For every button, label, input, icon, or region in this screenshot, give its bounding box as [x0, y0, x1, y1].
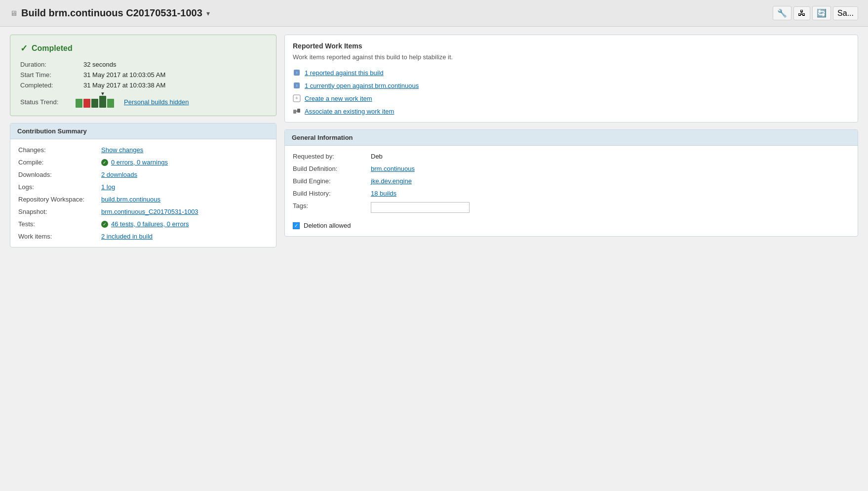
trend-bar-1 — [76, 99, 82, 108]
changes-value: Show changes — [101, 146, 268, 154]
associate-icon — [293, 107, 301, 115]
contribution-header: Contribution Summary — [10, 123, 276, 139]
tags-input[interactable] — [371, 202, 470, 213]
repo-value: build.brm.continuous — [101, 196, 268, 203]
build-history-link[interactable]: 18 builds — [371, 190, 850, 197]
changes-label: Changes: — [18, 146, 97, 154]
build-engine-label: Build Engine: — [293, 177, 367, 185]
action-button-3[interactable]: 🔄 — [812, 6, 831, 20]
personal-builds-link[interactable]: Personal builds hidden — [124, 98, 189, 106]
downloads-value: 2 downloads — [101, 171, 268, 178]
svg-text:!: ! — [296, 71, 297, 75]
trend-bar-5 — [107, 99, 114, 108]
page-header: 🖥 Build brm.continuous C20170531-1003 ▾ … — [0, 0, 868, 27]
build-def-label: Build Definition: — [293, 165, 367, 172]
build-icon: 🖥 — [10, 9, 17, 17]
contribution-grid: Changes: Show changes Compile: 0 errors,… — [18, 146, 268, 240]
save-button[interactable]: Sa... — [833, 6, 858, 20]
action-button-1[interactable]: 🔧 — [773, 6, 791, 20]
bug-icon-2: ! — [293, 82, 301, 89]
trend-bar-2 — [83, 99, 90, 108]
requested-by-label: Requested by: — [293, 153, 367, 160]
completed-label: Completed: — [20, 82, 79, 89]
header-actions: 🔧 🖧 🔄 Sa... — [773, 6, 858, 20]
start-label: Start Time: — [20, 71, 79, 79]
tests-success-icon — [101, 221, 108, 228]
list-item: Associate an existing work item — [293, 107, 850, 115]
trend-bar-4: ▼ — [99, 96, 106, 108]
show-changes-link[interactable]: Show changes — [101, 146, 143, 154]
reported-title: Reported Work Items — [293, 42, 850, 50]
repo-link[interactable]: build.brm.continuous — [101, 196, 160, 203]
requested-by-value: Deb — [371, 153, 850, 160]
workitems-label: Work items: — [18, 233, 97, 240]
workitems-value: 2 included in build — [101, 233, 268, 240]
svg-text:!: ! — [296, 83, 297, 88]
tests-link[interactable]: 46 tests, 0 failures, 0 errors — [111, 220, 189, 228]
open-against-link[interactable]: 1 currently open against brm.continuous — [305, 82, 419, 89]
status-card: ✓ Completed Duration: 32 seconds Start T… — [10, 35, 276, 116]
logs-link[interactable]: 1 log — [101, 183, 115, 191]
create-work-item-link[interactable]: Create a new work item — [305, 95, 372, 102]
deletion-label: Deletion allowed — [304, 222, 351, 229]
trend-row: Status Trend: ▼ Personal builds hidden — [20, 96, 266, 108]
tests-value: 46 tests, 0 failures, 0 errors — [101, 220, 268, 228]
snapshot-value: brm.continuous_C20170531-1003 — [101, 208, 268, 215]
logs-value: 1 log — [101, 183, 268, 191]
contribution-body: Changes: Show changes Compile: 0 errors,… — [10, 139, 276, 247]
compile-success-icon — [101, 159, 108, 166]
main-content: ✓ Completed Duration: 32 seconds Start T… — [0, 27, 868, 255]
general-info-header: General Information — [285, 130, 858, 146]
list-item: ! 1 reported against this build — [293, 69, 850, 77]
snapshot-link[interactable]: brm.continuous_C20170531-1003 — [101, 208, 198, 215]
associate-work-item-link[interactable]: Associate an existing work item — [305, 108, 394, 115]
downloads-link[interactable]: 2 downloads — [101, 171, 137, 178]
logs-label: Logs: — [18, 183, 97, 191]
reported-items-list: ! 1 reported against this build ! 1 curr… — [293, 69, 850, 115]
compile-value: 0 errors, 0 warnings — [101, 159, 268, 166]
list-item: ! 1 currently open against brm.continuou… — [293, 82, 850, 89]
action-button-2[interactable]: 🖧 — [793, 6, 810, 20]
left-column: ✓ Completed Duration: 32 seconds Start T… — [10, 35, 276, 247]
svg-rect-7 — [297, 109, 300, 113]
tags-label: Tags: — [293, 202, 367, 213]
create-work-item-icon: + — [293, 94, 301, 102]
build-engine-link[interactable]: jke.dev.engine — [371, 177, 850, 185]
build-def-link[interactable]: brm.continuous — [371, 165, 850, 172]
build-history-label: Build History: — [293, 190, 367, 197]
reported-work-items-card: Reported Work Items Work items reported … — [284, 35, 858, 123]
trend-bars: ▼ — [76, 96, 114, 108]
tests-label: Tests: — [18, 220, 97, 228]
status-header: ✓ Completed — [20, 43, 266, 54]
reported-against-build-link[interactable]: 1 reported against this build — [305, 69, 384, 77]
dropdown-arrow-icon[interactable]: ▾ — [206, 9, 210, 17]
list-item: + Create a new work item — [293, 94, 850, 102]
contribution-card: Contribution Summary Changes: Show chang… — [10, 123, 276, 247]
duration-value: 32 seconds — [83, 61, 266, 68]
deletion-row: Deletion allowed — [285, 220, 858, 236]
workitems-link[interactable]: 2 included in build — [101, 233, 153, 240]
header-left: 🖥 Build brm.continuous C20170531-1003 ▾ — [10, 7, 210, 19]
snapshot-label: Snapshot: — [18, 208, 97, 215]
right-column: Reported Work Items Work items reported … — [284, 35, 858, 247]
duration-label: Duration: — [20, 61, 79, 68]
svg-text:+: + — [295, 95, 298, 101]
build-info-grid: Duration: 32 seconds Start Time: 31 May … — [20, 61, 266, 89]
completed-value: 31 May 2017 at 10:03:38 AM — [83, 82, 266, 89]
downloads-label: Downloads: — [18, 171, 97, 178]
status-label: Completed — [32, 44, 73, 53]
trend-arrow-icon: ▼ — [100, 91, 105, 96]
compile-label: Compile: — [18, 159, 97, 166]
deletion-checkbox[interactable] — [293, 222, 300, 229]
general-info-card: General Information Requested by: Deb Bu… — [284, 129, 858, 237]
general-info-grid: Requested by: Deb Build Definition: brm.… — [285, 146, 858, 220]
repo-label: Repository Workspace: — [18, 196, 97, 203]
check-icon: ✓ — [20, 43, 28, 54]
svg-line-8 — [296, 111, 297, 112]
page-title: Build brm.continuous C20170531-1003 — [21, 7, 202, 19]
trend-label: Status Trend: — [20, 98, 70, 106]
compile-link[interactable]: 0 errors, 0 warnings — [111, 159, 168, 166]
start-value: 31 May 2017 at 10:03:05 AM — [83, 71, 266, 79]
trend-bar-3 — [91, 99, 98, 108]
reported-desc: Work items reported against this build t… — [293, 53, 850, 62]
